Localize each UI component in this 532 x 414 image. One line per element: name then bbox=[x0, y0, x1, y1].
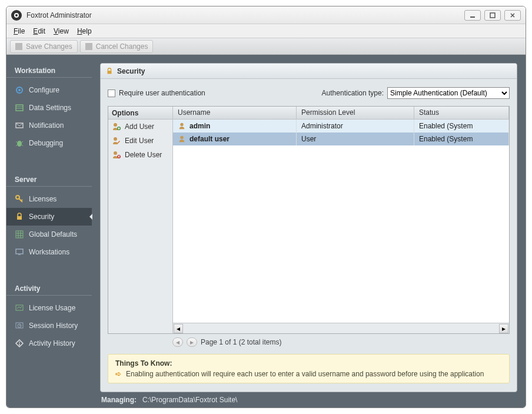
save-icon bbox=[15, 43, 22, 50]
col-username[interactable]: Username bbox=[173, 107, 297, 119]
horizontal-scrollbar[interactable]: ◂ ▸ bbox=[173, 323, 509, 333]
table-row[interactable]: default user User Enabled (System bbox=[173, 133, 509, 145]
svg-rect-13 bbox=[18, 254, 21, 255]
chart-icon bbox=[15, 303, 24, 313]
col-permission[interactable]: Permission Level bbox=[297, 107, 414, 119]
scroll-left-icon[interactable]: ◂ bbox=[174, 324, 183, 333]
scroll-right-icon[interactable]: ▸ bbox=[499, 324, 508, 333]
key-icon bbox=[15, 194, 24, 204]
col-status[interactable]: Status bbox=[414, 107, 509, 119]
add-user-option[interactable]: Add User bbox=[108, 120, 172, 134]
nav-configure[interactable]: Configure bbox=[6, 81, 92, 99]
svg-point-25 bbox=[180, 123, 183, 126]
edit-user-option[interactable]: Edit User bbox=[108, 134, 172, 148]
close-button[interactable] bbox=[504, 10, 521, 21]
svg-rect-3 bbox=[490, 13, 495, 18]
lock-icon bbox=[105, 67, 114, 75]
svg-point-5 bbox=[18, 89, 21, 91]
table-row[interactable]: admin Administrator Enabled (System bbox=[173, 120, 509, 133]
cancel-label: Cancel Changes bbox=[96, 42, 148, 51]
panel-header: Security bbox=[101, 64, 517, 79]
nav-activity-history[interactable]: Activity History bbox=[6, 334, 92, 352]
nav-license-usage[interactable]: License Usage bbox=[6, 299, 92, 317]
nav-data-settings[interactable]: Data Settings bbox=[6, 99, 92, 117]
nav-session-history[interactable]: Session History bbox=[6, 317, 92, 334]
svg-point-1 bbox=[15, 14, 18, 16]
require-auth-checkbox[interactable] bbox=[108, 90, 115, 97]
svg-rect-10 bbox=[17, 216, 22, 220]
cancel-changes-button[interactable]: Cancel Changes bbox=[80, 40, 154, 53]
require-auth-label: Require user authentication bbox=[119, 89, 205, 97]
user-icon bbox=[178, 122, 186, 130]
nav-global-defaults[interactable]: Global Defaults bbox=[6, 226, 92, 243]
options-column: Options Add User Edit User bbox=[108, 107, 173, 333]
svg-rect-19 bbox=[108, 71, 112, 74]
users-table: Username Permission Level Status admin A… bbox=[173, 107, 509, 333]
diamond-icon bbox=[15, 339, 24, 348]
sidebar: Workstation Configure Data Settings Noti… bbox=[6, 55, 92, 408]
menu-view[interactable]: View bbox=[50, 26, 72, 37]
svg-rect-18 bbox=[19, 343, 19, 346]
table-header: Username Permission Level Status bbox=[173, 107, 509, 120]
svg-rect-2 bbox=[470, 16, 475, 18]
statusbar-label: Managing: bbox=[101, 396, 137, 404]
minimize-button[interactable] bbox=[464, 10, 481, 21]
bug-icon bbox=[15, 138, 24, 148]
pager: ◂ ▸ Page 1 of 1 (2 total items) bbox=[108, 334, 510, 350]
data-icon bbox=[15, 103, 24, 112]
arrow-right-icon: ➪ bbox=[115, 370, 121, 378]
lock-icon bbox=[15, 212, 24, 221]
toolbar: Save Changes Cancel Changes bbox=[6, 38, 526, 55]
svg-rect-14 bbox=[16, 305, 23, 310]
nav-workstations[interactable]: Workstations bbox=[6, 243, 92, 261]
user-delete-icon bbox=[112, 150, 121, 160]
page-next-button[interactable]: ▸ bbox=[187, 337, 197, 347]
tips-box: Things To Know: ➪ Enabling authenticatio… bbox=[108, 354, 510, 383]
titlebar: Foxtrot Administrator bbox=[6, 6, 526, 24]
mail-icon bbox=[15, 121, 24, 130]
save-label: Save Changes bbox=[26, 42, 72, 51]
svg-rect-12 bbox=[16, 249, 23, 254]
page-prev-button[interactable]: ◂ bbox=[172, 337, 183, 347]
section-activity: Activity bbox=[6, 281, 92, 296]
options-header: Options bbox=[108, 107, 172, 120]
user-edit-icon bbox=[112, 136, 121, 145]
cancel-icon bbox=[85, 43, 92, 50]
save-changes-button[interactable]: Save Changes bbox=[10, 40, 78, 53]
svg-rect-6 bbox=[16, 105, 23, 111]
delete-user-option[interactable]: Delete User bbox=[108, 148, 172, 162]
app-window: Foxtrot Administrator File Edit View Hel… bbox=[6, 6, 526, 408]
user-icon bbox=[178, 135, 186, 143]
statusbar: Managing: C:\ProgramData\Foxtrot Suite\ bbox=[92, 392, 526, 408]
menubar: File Edit View Help bbox=[6, 24, 526, 38]
menu-edit[interactable]: Edit bbox=[29, 26, 49, 37]
svg-point-8 bbox=[17, 141, 22, 147]
auth-type-select[interactable]: Simple Authentication (Default) bbox=[387, 87, 510, 99]
tips-title: Things To Know: bbox=[115, 359, 502, 367]
svg-point-26 bbox=[180, 136, 183, 139]
nav-security[interactable]: Security bbox=[6, 208, 92, 226]
section-server: Server bbox=[6, 172, 92, 187]
auth-type-label: Authentication type: bbox=[322, 89, 384, 97]
svg-point-22 bbox=[114, 137, 117, 141]
maximize-button[interactable] bbox=[484, 10, 501, 21]
monitor-icon bbox=[15, 247, 24, 257]
window-title: Foxtrot Administrator bbox=[26, 11, 461, 19]
users-grid: Options Add User Edit User bbox=[108, 106, 510, 334]
menu-help[interactable]: Help bbox=[74, 26, 95, 37]
section-workstation: Workstation bbox=[6, 63, 92, 78]
security-panel: Security Require user authentication Aut… bbox=[100, 63, 517, 392]
nav-debugging[interactable]: Debugging bbox=[6, 134, 92, 152]
pager-text: Page 1 of 1 (2 total items) bbox=[201, 338, 281, 346]
grid-icon bbox=[15, 230, 24, 239]
nav-licenses[interactable]: Licenses bbox=[6, 190, 92, 208]
svg-point-20 bbox=[114, 123, 117, 127]
app-icon bbox=[11, 10, 22, 21]
tip-row: ➪ Enabling authentication will require e… bbox=[115, 370, 502, 378]
svg-rect-11 bbox=[16, 231, 23, 238]
body-area: Workstation Configure Data Settings Noti… bbox=[6, 55, 526, 408]
nav-notification[interactable]: Notification bbox=[6, 117, 92, 134]
menu-file[interactable]: File bbox=[10, 26, 28, 37]
history-icon bbox=[15, 321, 24, 330]
statusbar-path: C:\ProgramData\Foxtrot Suite\ bbox=[142, 396, 237, 404]
